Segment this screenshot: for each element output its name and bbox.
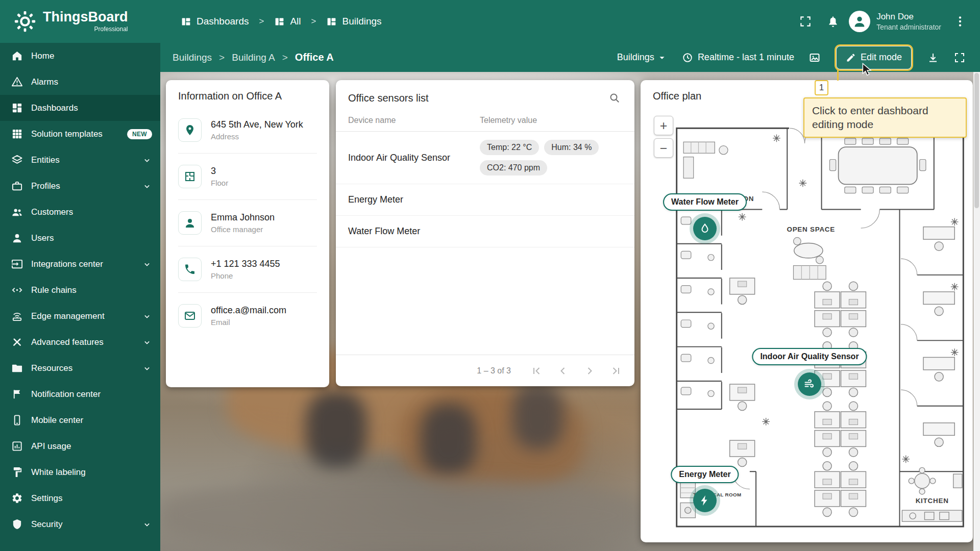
edit-mode-button[interactable]: Edit mode <box>836 46 912 69</box>
fullscreen-button[interactable] <box>794 10 817 33</box>
breadcrumb-label: Dashboards <box>197 16 249 27</box>
sidebar-item-customers[interactable]: Customers <box>0 199 160 225</box>
sidebar-item-integrations-center[interactable]: Integrations center <box>0 251 160 277</box>
sidebar-item-solution-templates[interactable]: Solution templatesNEW <box>0 121 160 147</box>
sensors-card-title: Office sensors list <box>348 92 428 104</box>
zoom-in-button[interactable]: + <box>654 116 673 135</box>
dashboard-image-button[interactable] <box>803 46 826 69</box>
sidebar-item-label: API usage <box>31 441 71 452</box>
sidebar-item-label: Solution templates <box>31 129 103 139</box>
info-row-floor: 3Floor <box>178 154 317 200</box>
entity-select[interactable]: Buildings <box>612 48 673 67</box>
info-value: office.a@mail.com <box>211 305 286 316</box>
sensor-row-water-flow-meter[interactable]: Water Flow Meter <box>336 216 634 247</box>
sensor-row-indoor-air-quality-sensor[interactable]: Indoor Air Quality SensorTemp: 22 °CHum:… <box>336 132 634 184</box>
scrollbar-thumb[interactable] <box>974 73 979 208</box>
sidebar-item-advanced-features[interactable]: Advanced features <box>0 329 160 355</box>
timewindow-label: Realtime - last 1 minute <box>698 52 794 63</box>
email-icon <box>184 310 196 322</box>
sidebar-item-profiles[interactable]: Profiles <box>0 173 160 199</box>
last-page-icon[interactable] <box>610 365 622 377</box>
templates-icon <box>11 128 23 140</box>
sidebar-item-entities[interactable]: Entities <box>0 147 160 173</box>
telemetry-chip: Temp: 22 °C <box>480 140 539 155</box>
timewindow-button[interactable]: Realtime - last 1 minute <box>682 52 794 63</box>
dashboard-breadcrumb-buildings[interactable]: Buildings <box>173 52 212 63</box>
notification-icon <box>11 388 23 400</box>
sidebar-item-alarms[interactable]: Alarms <box>0 69 160 95</box>
info-value: +1 121 333 4455 <box>211 259 280 269</box>
thingsboard-brand[interactable]: ThingsBoard Professional <box>0 10 153 33</box>
plan-label-indoor-air-quality-sensor[interactable]: Indoor Air Quality Sensor <box>752 348 867 365</box>
sidebar-item-api-usage[interactable]: API usage <box>0 433 160 459</box>
settings-icon <box>11 492 23 504</box>
breadcrumb-separator: > <box>311 16 316 27</box>
info-row-office-manager: Emma JohnsonOffice manager <box>178 200 317 246</box>
sidebar-item-security[interactable]: Security <box>0 511 160 537</box>
top-breadcrumb-buildings[interactable]: Buildings <box>326 16 381 27</box>
sidebar-item-notification-center[interactable]: Notification center <box>0 381 160 407</box>
chevron-down-icon <box>142 259 152 269</box>
sidebar-item-mobile-center[interactable]: Mobile center <box>0 407 160 433</box>
user-avatar[interactable] <box>849 11 870 32</box>
sidebar-item-label: Dashboards <box>31 103 78 113</box>
sidebar-item-home[interactable]: Home <box>0 43 160 69</box>
sidebar-item-label: Advanced features <box>31 337 104 347</box>
fullscreen-icon <box>953 52 966 64</box>
more-menu-button[interactable] <box>948 10 972 33</box>
sidebar-item-label: Integrations center <box>31 259 103 269</box>
chevron-down-icon <box>142 311 152 321</box>
sidebar-item-label: Home <box>31 51 54 61</box>
previous-page-icon[interactable] <box>557 365 569 377</box>
sidebar-item-label: Profiles <box>31 181 60 191</box>
water-drop-icon <box>699 222 711 235</box>
info-rows: 645 5th Ave, New YorkAddress3FloorEmma J… <box>166 107 329 339</box>
toolbar-actions: Buildings Realtime - last 1 minute Edit … <box>612 46 971 69</box>
plan-label-energy-meter[interactable]: Energy Meter <box>671 466 739 483</box>
plan-marker-water-flow-meter[interactable] <box>693 217 717 240</box>
pin-icon <box>184 124 196 136</box>
top-breadcrumb-all[interactable]: All <box>274 16 301 27</box>
office-plan-canvas[interactable]: RECEPTION OPEN SPACE <box>675 122 965 529</box>
sidebar-item-users[interactable]: Users <box>0 225 160 251</box>
telemetry-chips: Temp: 22 °CHum: 34 %CO2: 470 ppm <box>480 140 622 176</box>
security-icon <box>11 518 23 530</box>
search-button[interactable] <box>606 89 623 107</box>
header-actions: John Doe Tenant administrator <box>794 10 980 33</box>
sensor-row-energy-meter[interactable]: Energy Meter <box>336 184 634 216</box>
sidebar-item-rule-chains[interactable]: Rule chains <box>0 277 160 303</box>
user-info[interactable]: John Doe Tenant administrator <box>876 11 941 32</box>
breadcrumb-separator: > <box>282 52 288 63</box>
sidebar-item-edge-management[interactable]: Edge management <box>0 303 160 329</box>
sidebar-item-settings[interactable]: Settings <box>0 485 160 511</box>
sensor-table-body: Indoor Air Quality SensorTemp: 22 °CHum:… <box>336 132 634 247</box>
dashboard-breadcrumb-office-a[interactable]: Office A <box>295 52 334 63</box>
plan-marker-indoor-air-quality-sensor[interactable] <box>798 372 821 396</box>
entity-select-value: Buildings <box>617 52 654 63</box>
info-text: 3Floor <box>211 166 228 187</box>
plan-label-water-flow-meter[interactable]: Water Flow Meter <box>663 193 747 211</box>
device-name: Indoor Air Quality Sensor <box>348 153 480 163</box>
annotation-tooltip: Click to enter dashboard editing mode <box>803 97 967 138</box>
info-label: Email <box>211 318 286 327</box>
next-page-icon[interactable] <box>583 365 596 377</box>
sidebar-item-white-labeling[interactable]: White labeling <box>0 459 160 485</box>
first-page-icon[interactable] <box>530 365 543 377</box>
toolbar-fullscreen-button[interactable] <box>948 46 971 69</box>
download-button[interactable] <box>922 46 944 69</box>
zoom-out-button[interactable]: − <box>654 138 673 158</box>
annotation-connector <box>837 69 839 81</box>
sidebar-item-resources[interactable]: Resources <box>0 355 160 381</box>
notifications-button[interactable] <box>821 10 845 33</box>
caret-down-icon <box>656 52 668 63</box>
content-scrollbar[interactable] <box>973 72 980 551</box>
info-value: 3 <box>211 166 228 177</box>
top-breadcrumb-dashboards[interactable]: Dashboards <box>181 16 249 27</box>
dashboard-breadcrumb-building-a[interactable]: Building A <box>232 52 275 63</box>
sidebar-item-dashboards[interactable]: Dashboards <box>0 95 160 121</box>
quilt-icon <box>326 16 337 27</box>
room-label-open-space: OPEN SPACE <box>787 226 835 233</box>
plan-marker-energy-meter[interactable] <box>693 489 717 512</box>
info-label: Floor <box>211 179 228 187</box>
top-header: ThingsBoard Professional Dashboards>All>… <box>0 0 980 43</box>
